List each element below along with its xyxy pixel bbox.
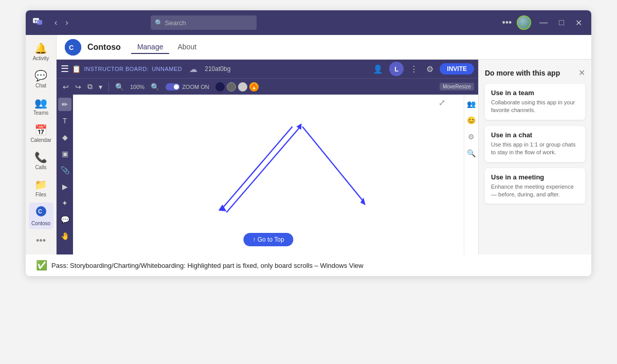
do-more-close-button[interactable]: ✕	[578, 68, 585, 78]
inner-split: ☰ 📋 INSTRUCTOR BOARD: Unnamed ☁ 210at0bg…	[57, 60, 591, 254]
close-button[interactable]: ✕	[572, 17, 585, 29]
more-options-button[interactable]: •••	[502, 17, 512, 28]
dropdown-button[interactable]: ▾	[97, 82, 104, 92]
toolbar-separator	[108, 82, 109, 92]
svg-line-11	[302, 126, 365, 203]
user-avatar-wb[interactable]: L	[389, 62, 404, 76]
use-in-meeting-title: Use in a meeting	[491, 173, 579, 181]
title-bar: T ‹ › 🔍 ••• — □ ✕	[26, 10, 591, 35]
sidebar-item-calls[interactable]: 📞 Calls	[29, 148, 53, 173]
color-swatch-light[interactable]	[238, 82, 247, 92]
use-in-chat-card: Use in a chat Use this app in 1:1 or gro…	[485, 126, 585, 162]
teams-logo-icon: T	[32, 16, 43, 30]
sidebar-item-contoso[interactable]: C Contoso	[29, 203, 53, 229]
use-in-chat-title: Use in a chat	[491, 131, 579, 139]
cloud-sync-icon[interactable]: ☁	[189, 64, 197, 74]
search-input[interactable]	[151, 15, 257, 30]
zoom-toggle: ZOOM ON	[166, 83, 209, 90]
pointer-tool[interactable]: ▶	[58, 180, 71, 193]
search-wrap: 🔍	[151, 15, 356, 30]
drawing-svg	[73, 95, 464, 254]
sidebar-item-calendar[interactable]: 📅 Calendar	[29, 121, 53, 146]
copy-button[interactable]: ⧉	[85, 81, 95, 92]
forward-button[interactable]: ›	[62, 17, 71, 28]
use-in-team-title: Use in a team	[491, 89, 579, 97]
zoom-level: 100%	[128, 84, 147, 90]
use-in-meeting-desc: Enhance the meeting experience — before,…	[491, 183, 579, 199]
participants-icon[interactable]: 👤	[371, 63, 385, 75]
maximize-button[interactable]: □	[556, 17, 567, 28]
main-row: 🔔 Activity 💬 Chat 👥 Teams 📅 Calendar 📞 C…	[26, 35, 591, 254]
sidebar-item-label: Calendar	[30, 137, 51, 143]
zoom-label: ZOOM ON	[182, 84, 209, 90]
activity-icon: 🔔	[34, 42, 47, 54]
comment-tool[interactable]: 💬	[58, 213, 71, 226]
zoom-panel-icon[interactable]: 🔍	[465, 147, 478, 159]
wb-board-title: 📋 INSTRUCTOR BOARD: Unnamed	[72, 65, 182, 73]
sidebar-item-activity[interactable]: 🔔 Activity	[29, 39, 53, 64]
title-bar-right: ••• — □ ✕	[502, 15, 585, 30]
color-swatch-gray[interactable]	[227, 82, 236, 92]
user-avatar[interactable]	[517, 15, 531, 30]
sidebar-item-chat[interactable]: 💬 Chat	[29, 66, 53, 92]
sidebar-more-button[interactable]: •••	[32, 231, 50, 250]
zoom-out-button[interactable]: 🔍	[113, 82, 126, 92]
sidebar-item-label: Contoso	[31, 221, 50, 226]
whiteboard-canvas: ⤢	[73, 95, 464, 254]
minimize-button[interactable]: —	[536, 17, 551, 28]
sidebar-item-label: Chat	[35, 83, 46, 88]
more-options-wb-icon[interactable]: ⋮	[408, 63, 420, 75]
do-more-title: Do more with this app	[485, 69, 560, 77]
invite-button[interactable]: INVITE	[440, 63, 474, 75]
sidebar-item-teams[interactable]: 👥 Teams	[29, 94, 53, 119]
svg-line-9	[226, 126, 300, 212]
wb-right-buttons: 👤 L ⋮ ⚙ INVITE	[371, 62, 474, 76]
do-more-panel: Do more with this app ✕ Use in a team Co…	[478, 60, 591, 254]
wb-menu-icon[interactable]: ☰	[61, 63, 69, 75]
sidebar: 🔔 Activity 💬 Chat 👥 Teams 📅 Calendar 📞 C…	[26, 35, 57, 254]
app-name: Contoso	[87, 43, 121, 52]
calls-icon: 📞	[34, 151, 47, 163]
settings-icon[interactable]: ⚙	[424, 63, 435, 75]
shape-tool[interactable]: ◆	[58, 131, 71, 144]
sidebar-item-label: Teams	[33, 110, 48, 116]
app-tabs: Manage About	[131, 41, 203, 54]
sparkle-tool[interactable]: ✦	[58, 196, 71, 210]
tab-about[interactable]: About	[171, 41, 203, 54]
go-to-top-button[interactable]: ↑ Go to Top	[243, 233, 293, 246]
svg-text:C: C	[38, 208, 42, 214]
select-tool[interactable]: ▣	[58, 147, 71, 160]
pencil-tool[interactable]: ✏	[58, 98, 71, 111]
sidebar-item-files[interactable]: 📁 Files	[29, 175, 53, 201]
search-icon: 🔍	[155, 19, 163, 27]
redo-button[interactable]: ↪	[73, 82, 83, 92]
participants-panel-icon[interactable]: 👥	[465, 98, 478, 110]
app-logo: C	[65, 39, 81, 56]
text-tool[interactable]: T	[58, 114, 71, 128]
board-name: Unnamed	[152, 66, 182, 72]
color-swatch-dark[interactable]	[215, 82, 225, 92]
calendar-icon: 📅	[34, 124, 47, 136]
chat-icon: 💬	[34, 69, 47, 82]
move-resize-tag: MoveResize	[440, 83, 474, 90]
zoom-in-button[interactable]: 🔍	[149, 82, 161, 92]
left-tool-panel: ✏ T ◆ ▣ 📎 ▶ ✦ 💬 🤚	[57, 95, 73, 254]
back-button[interactable]: ‹	[51, 17, 60, 28]
hand-tool[interactable]: 🤚	[58, 229, 71, 243]
board-icon: 📋	[72, 65, 81, 73]
reaction-icon[interactable]: 😊	[465, 114, 478, 126]
undo-button[interactable]: ↩	[61, 82, 71, 92]
attach-tool[interactable]: 📎	[58, 163, 71, 177]
use-in-meeting-card: Use in a meeting Enhance the meeting exp…	[485, 168, 585, 204]
expand-icon[interactable]: ⤢	[439, 98, 445, 107]
settings-panel-icon[interactable]: ⚙	[465, 131, 478, 143]
wb-right-icons: 👥 😊 ⚙ 🔍	[464, 95, 478, 254]
zoom-toggle-switch[interactable]	[166, 83, 180, 90]
svg-text:C: C	[69, 44, 74, 51]
contoso-icon: C	[35, 206, 47, 220]
tab-manage[interactable]: Manage	[131, 41, 170, 54]
color-swatch-fire[interactable]: 🔥	[249, 82, 259, 92]
sidebar-item-label: Calls	[35, 165, 46, 170]
nav-arrows: ‹ ›	[51, 17, 71, 28]
use-in-chat-desc: Use this app in 1:1 or group chats to st…	[491, 141, 579, 157]
